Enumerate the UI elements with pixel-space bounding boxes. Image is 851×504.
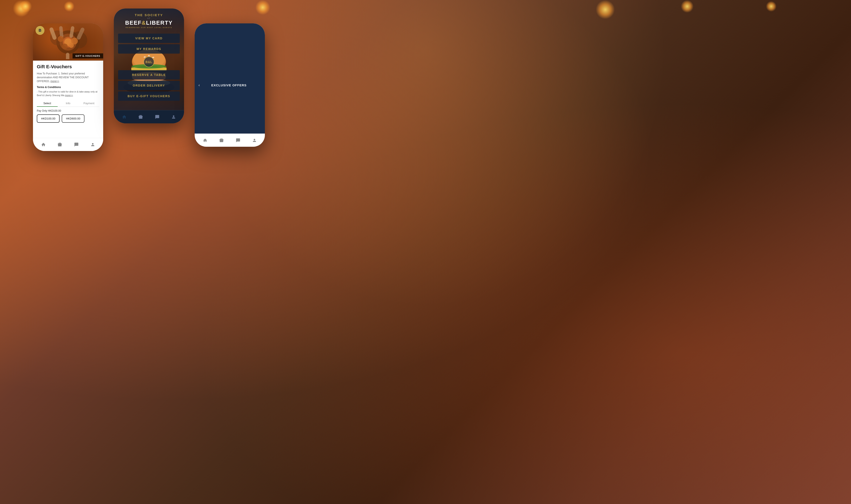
- rewarding-text: REWARDING OUR MOST LOYAL GUESTS: [125, 26, 173, 29]
- voucher-content: Gift E-Vouchers How To Purchase: 1. Sele…: [33, 60, 103, 123]
- voucher-label: GIFT E-VOUCHERS: [73, 53, 103, 58]
- nav-gift-2[interactable]: [138, 114, 143, 120]
- svg-point-14: [69, 43, 74, 48]
- nav-home-3[interactable]: [202, 138, 208, 143]
- btn-buy-vouchers[interactable]: BUY E-GIFT VOUCHERS: [118, 91, 180, 101]
- more-link-2[interactable]: more>>: [65, 94, 73, 96]
- tab-payment[interactable]: Payment: [78, 100, 99, 107]
- btn-my-rewards[interactable]: MY REWARDS: [118, 44, 180, 54]
- svg-rect-9: [66, 53, 69, 59]
- brand-badge: B: [36, 26, 45, 35]
- light-5: [596, 0, 615, 19]
- svg-point-11: [58, 36, 64, 42]
- voucher-options: HKD100.00 HKD600.00: [37, 114, 99, 123]
- hero-image: B GIFT E-VOUCHERS: [33, 23, 103, 60]
- btn-view-card[interactable]: VIEW MY CARD: [118, 34, 180, 43]
- voucher-tabs: Select Info Payment: [37, 100, 99, 107]
- tab-select[interactable]: Select: [37, 100, 58, 107]
- nav-home-active[interactable]: [122, 114, 127, 120]
- menu-buttons: VIEW MY CARD MY REWARDS B&L RESERVE A TA…: [118, 34, 180, 101]
- at-label: AT: [125, 17, 173, 19]
- back-button[interactable]: ‹: [198, 83, 200, 87]
- tab-info[interactable]: Info: [58, 100, 78, 107]
- phone-exclusive-offers: ‹ EXCLUSIVE OFFERS INDULGE IN A LIBERTY …: [195, 23, 265, 147]
- btn-reserve-table[interactable]: RESERVE A TABLE: [118, 70, 180, 79]
- offers-title: EXCLUSIVE OFFERS: [202, 83, 256, 87]
- voucher-600[interactable]: HKD600.00: [62, 114, 85, 123]
- beef-liberty-title: BEEF&LIBERTY: [125, 20, 173, 26]
- nav-chat[interactable]: [74, 142, 79, 147]
- more-link-1[interactable]: more>>: [50, 80, 59, 83]
- phone-society: THE SOCIETY AT BEEF&LIBERTY REWARDING OU…: [114, 8, 184, 123]
- voucher-100[interactable]: HKD100.00: [37, 114, 59, 123]
- svg-point-13: [62, 43, 68, 49]
- offers-header: ‹ EXCLUSIVE OFFERS: [195, 23, 265, 147]
- bl-logo: B&L: [144, 57, 154, 67]
- phones-container: B GIFT E-VOUCHERS Gift E-Vouchers How To…: [33, 23, 265, 151]
- light-7: [766, 1, 777, 12]
- light-4: [255, 0, 270, 15]
- nav-gift-3[interactable]: [219, 138, 224, 143]
- nav-home[interactable]: [41, 142, 46, 147]
- light-6: [681, 0, 694, 13]
- btn-order-delivery[interactable]: ORDER DELIVERY: [118, 81, 180, 90]
- phone-gift-vouchers: B GIFT E-VOUCHERS Gift E-Vouchers How To…: [33, 23, 103, 151]
- phone3-nav: [195, 133, 265, 147]
- terms-title: Terms & Conditions: [37, 86, 99, 89]
- voucher-description: How To Purchase: 1. Select your preferre…: [37, 72, 99, 83]
- phone1-nav: [33, 138, 103, 151]
- nav-chat-2[interactable]: [155, 114, 160, 120]
- light-2: [19, 0, 32, 13]
- nav-profile[interactable]: [90, 142, 95, 147]
- society-label: THE SOCIETY: [125, 13, 173, 17]
- nav-gift[interactable]: [57, 142, 63, 147]
- nav-chat-3[interactable]: [235, 138, 241, 143]
- nav-profile-2[interactable]: [171, 114, 176, 120]
- voucher-title: Gift E-Vouchers: [37, 64, 99, 70]
- society-content: THE SOCIETY AT BEEF&LIBERTY REWARDING OU…: [114, 8, 184, 101]
- phone2-nav: [114, 110, 184, 123]
- logo-area: THE SOCIETY AT BEEF&LIBERTY REWARDING OU…: [125, 13, 173, 29]
- light-3: [64, 1, 74, 12]
- pay-label: Pay Only HKD100.00: [37, 109, 99, 112]
- nav-profile-3[interactable]: [252, 138, 257, 143]
- terms-text: - This gift e-voucher is valid for dine-…: [37, 90, 99, 97]
